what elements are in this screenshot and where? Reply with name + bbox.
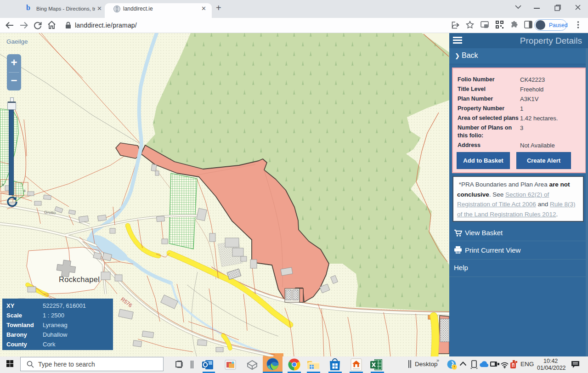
svg-text:Grotto: Grotto: [44, 210, 56, 215]
svg-text:8: 8: [23, 189, 26, 193]
svg-text:5: 5: [2, 183, 4, 187]
svg-text:Rockchapel: Rockchapel: [59, 275, 100, 283]
